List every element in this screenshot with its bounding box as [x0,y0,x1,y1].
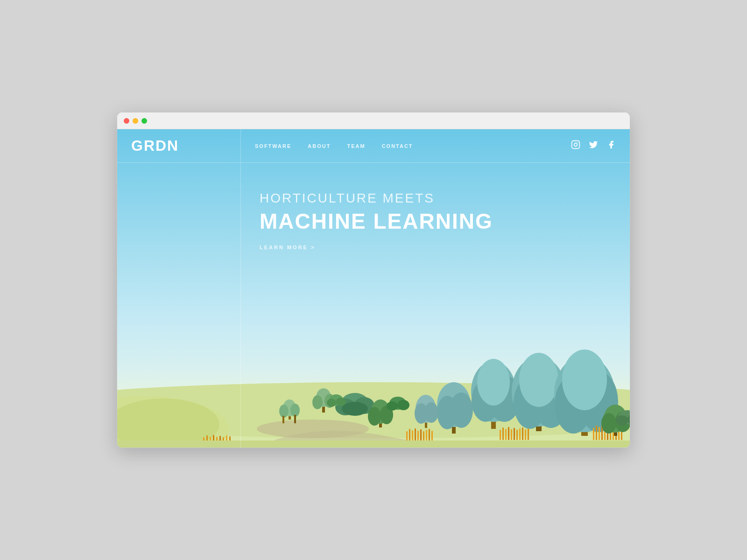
social-section [557,129,630,162]
content-area: HORTICULTURE MEETS MACHINE LEARNING LEAR… [117,163,630,448]
nav-about[interactable]: ABOUT [308,143,331,149]
traffic-light-green[interactable] [141,118,147,124]
facebook-icon[interactable] [606,140,616,152]
hero-title: MACHINE LEARNING [260,210,611,233]
nav-contact[interactable]: CONTACT [382,143,413,149]
svg-rect-0 [572,141,580,149]
learn-more-cta[interactable]: LEARN MORE > [260,245,611,250]
nav-software[interactable]: SOFTWARE [255,143,291,149]
left-column [117,163,241,448]
hero-subtitle: HORTICULTURE MEETS [260,191,611,206]
svg-point-2 [578,142,578,143]
traffic-light-red[interactable] [124,118,129,124]
nav-section: SOFTWARE ABOUT TEAM CONTACT [241,129,557,162]
right-column: HORTICULTURE MEETS MACHINE LEARNING LEAR… [241,163,630,448]
site-logo[interactable]: GRDN [131,137,179,154]
logo-section: GRDN [117,129,241,162]
instagram-icon[interactable] [571,140,580,152]
browser-titlebar [117,112,630,129]
nav-team[interactable]: TEAM [347,143,365,149]
site-header: GRDN SOFTWARE ABOUT TEAM CONTACT [117,129,630,163]
twitter-icon[interactable] [589,140,598,152]
traffic-light-yellow[interactable] [133,118,138,124]
website-content: GRDN SOFTWARE ABOUT TEAM CONTACT [117,129,630,448]
svg-point-1 [574,143,578,147]
browser-window: GRDN SOFTWARE ABOUT TEAM CONTACT [117,112,630,448]
